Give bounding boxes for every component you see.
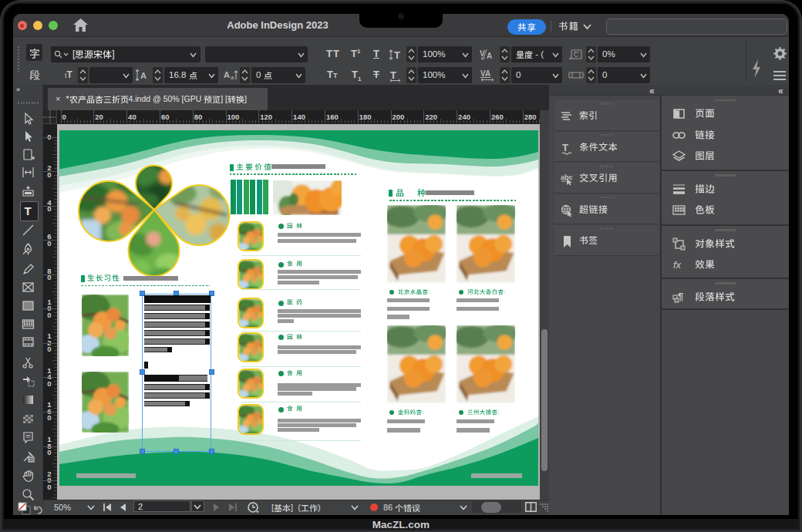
svg-text::: :	[428, 289, 430, 295]
svg-text:abc: abc	[561, 173, 573, 181]
svg-text:T: T	[562, 142, 568, 153]
svg-text::: :	[497, 409, 499, 415]
svg-text::: :	[504, 289, 506, 295]
svg-text:T: T	[25, 204, 32, 217]
svg-text:A: A	[224, 70, 230, 79]
svg-text::: :	[423, 409, 424, 415]
svg-text:VA: VA	[480, 69, 490, 78]
svg-text:A: A	[487, 52, 492, 60]
svg-text:A: A	[140, 71, 147, 80]
svg-text:fx: fx	[673, 259, 682, 271]
svg-text:a: a	[231, 74, 234, 81]
svg-text:T: T	[394, 49, 400, 61]
